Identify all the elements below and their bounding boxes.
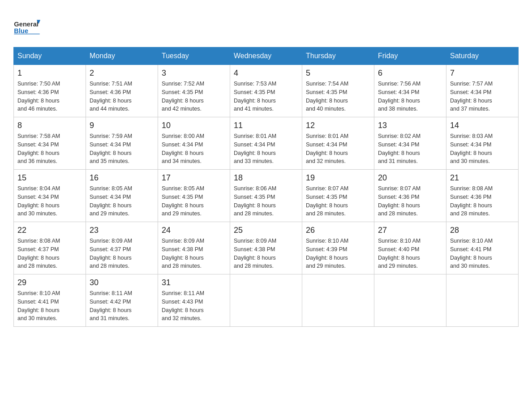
day-info: Sunrise: 8:09 AM Sunset: 4:37 PM Dayligh… (90, 237, 154, 270)
day-number: 23 (90, 226, 154, 235)
day-number: 8 (17, 121, 82, 130)
calendar-cell: 4 Sunrise: 7:53 AM Sunset: 4:35 PM Dayli… (230, 65, 302, 117)
page-header: General Blue (13, 13, 519, 38)
calendar-cell: 13 Sunrise: 8:02 AM Sunset: 4:34 PM Dayl… (374, 117, 446, 170)
calendar-cell (230, 274, 302, 327)
calendar-cell: 5 Sunrise: 7:54 AM Sunset: 4:35 PM Dayli… (302, 65, 374, 117)
calendar-cell: 15 Sunrise: 8:04 AM Sunset: 4:34 PM Dayl… (14, 170, 86, 222)
calendar-cell: 20 Sunrise: 8:07 AM Sunset: 4:36 PM Dayl… (374, 170, 446, 222)
header-friday: Friday (374, 47, 446, 65)
day-number: 12 (306, 121, 370, 130)
day-info: Sunrise: 8:11 AM Sunset: 4:42 PM Dayligh… (90, 289, 154, 323)
day-number: 27 (378, 226, 442, 235)
day-info: Sunrise: 8:05 AM Sunset: 4:34 PM Dayligh… (90, 184, 154, 218)
calendar-cell: 10 Sunrise: 8:00 AM Sunset: 4:34 PM Dayl… (158, 117, 230, 170)
header-monday: Monday (86, 47, 158, 65)
day-number: 1 (17, 68, 82, 78)
day-number: 18 (234, 173, 298, 183)
calendar-cell: 30 Sunrise: 8:11 AM Sunset: 4:42 PM Dayl… (86, 274, 158, 327)
calendar-header-row: SundayMondayTuesdayWednesdayThursdayFrid… (14, 47, 519, 65)
day-info: Sunrise: 8:07 AM Sunset: 4:35 PM Dayligh… (306, 184, 370, 218)
day-number: 9 (90, 121, 154, 130)
day-number: 24 (162, 226, 226, 235)
day-info: Sunrise: 8:11 AM Sunset: 4:43 PM Dayligh… (162, 289, 226, 323)
calendar-cell: 31 Sunrise: 8:11 AM Sunset: 4:43 PM Dayl… (158, 274, 230, 327)
calendar-cell: 17 Sunrise: 8:05 AM Sunset: 4:35 PM Dayl… (158, 170, 230, 222)
day-number: 11 (234, 121, 298, 130)
day-info: Sunrise: 8:10 AM Sunset: 4:41 PM Dayligh… (17, 289, 82, 323)
day-info: Sunrise: 8:10 AM Sunset: 4:39 PM Dayligh… (306, 237, 370, 270)
day-info: Sunrise: 8:00 AM Sunset: 4:34 PM Dayligh… (162, 132, 226, 166)
day-info: Sunrise: 7:56 AM Sunset: 4:34 PM Dayligh… (378, 80, 442, 113)
calendar-cell: 23 Sunrise: 8:09 AM Sunset: 4:37 PM Dayl… (86, 222, 158, 274)
day-number: 13 (378, 121, 442, 130)
calendar-cell: 26 Sunrise: 8:10 AM Sunset: 4:39 PM Dayl… (302, 222, 374, 274)
header-tuesday: Tuesday (158, 47, 230, 65)
calendar-cell: 9 Sunrise: 7:59 AM Sunset: 4:34 PM Dayli… (86, 117, 158, 170)
day-number: 10 (162, 121, 226, 130)
day-number: 29 (17, 278, 82, 287)
day-number: 17 (162, 173, 226, 183)
day-number: 19 (306, 173, 370, 183)
day-number: 4 (234, 68, 298, 78)
calendar-cell (374, 274, 446, 327)
calendar-cell: 29 Sunrise: 8:10 AM Sunset: 4:41 PM Dayl… (14, 274, 86, 327)
calendar-cell (446, 274, 519, 327)
calendar-cell (302, 274, 374, 327)
day-info: Sunrise: 7:59 AM Sunset: 4:34 PM Dayligh… (90, 132, 154, 166)
day-number: 3 (162, 68, 226, 78)
day-number: 25 (234, 226, 298, 235)
calendar-cell: 24 Sunrise: 8:09 AM Sunset: 4:38 PM Dayl… (158, 222, 230, 274)
day-info: Sunrise: 8:09 AM Sunset: 4:38 PM Dayligh… (162, 237, 226, 270)
day-number: 30 (90, 278, 154, 287)
day-info: Sunrise: 7:50 AM Sunset: 4:36 PM Dayligh… (17, 80, 82, 113)
day-info: Sunrise: 8:08 AM Sunset: 4:36 PM Dayligh… (450, 184, 515, 218)
calendar-cell: 12 Sunrise: 8:01 AM Sunset: 4:34 PM Dayl… (302, 117, 374, 170)
day-number: 2 (90, 68, 154, 78)
day-number: 31 (162, 278, 226, 287)
calendar-cell: 7 Sunrise: 7:57 AM Sunset: 4:34 PM Dayli… (446, 65, 519, 117)
day-info: Sunrise: 8:02 AM Sunset: 4:34 PM Dayligh… (378, 132, 442, 166)
calendar-cell: 22 Sunrise: 8:08 AM Sunset: 4:37 PM Dayl… (14, 222, 86, 274)
day-number: 20 (378, 173, 442, 183)
calendar-table: SundayMondayTuesdayWednesdayThursdayFrid… (13, 47, 519, 327)
calendar-cell: 19 Sunrise: 8:07 AM Sunset: 4:35 PM Dayl… (302, 170, 374, 222)
svg-text:Blue: Blue (14, 27, 28, 34)
header-sunday: Sunday (14, 47, 86, 65)
week-row-2: 8 Sunrise: 7:58 AM Sunset: 4:34 PM Dayli… (14, 117, 519, 170)
week-row-1: 1 Sunrise: 7:50 AM Sunset: 4:36 PM Dayli… (14, 65, 519, 117)
svg-text:General: General (14, 21, 39, 28)
day-info: Sunrise: 8:06 AM Sunset: 4:35 PM Dayligh… (234, 184, 298, 218)
day-info: Sunrise: 7:51 AM Sunset: 4:36 PM Dayligh… (90, 80, 154, 113)
day-number: 16 (90, 173, 154, 183)
day-info: Sunrise: 8:09 AM Sunset: 4:38 PM Dayligh… (234, 237, 298, 270)
calendar-cell: 11 Sunrise: 8:01 AM Sunset: 4:34 PM Dayl… (230, 117, 302, 170)
day-number: 26 (306, 226, 370, 235)
week-row-3: 15 Sunrise: 8:04 AM Sunset: 4:34 PM Dayl… (14, 170, 519, 222)
calendar-cell: 21 Sunrise: 8:08 AM Sunset: 4:36 PM Dayl… (446, 170, 519, 222)
day-info: Sunrise: 7:52 AM Sunset: 4:35 PM Dayligh… (162, 80, 226, 113)
day-info: Sunrise: 8:07 AM Sunset: 4:36 PM Dayligh… (378, 184, 442, 218)
day-info: Sunrise: 8:08 AM Sunset: 4:37 PM Dayligh… (17, 237, 82, 270)
day-number: 5 (306, 68, 370, 78)
day-number: 14 (450, 121, 515, 130)
day-number: 22 (17, 226, 82, 235)
day-info: Sunrise: 8:05 AM Sunset: 4:35 PM Dayligh… (162, 184, 226, 218)
day-info: Sunrise: 7:54 AM Sunset: 4:35 PM Dayligh… (306, 80, 370, 113)
week-row-4: 22 Sunrise: 8:08 AM Sunset: 4:37 PM Dayl… (14, 222, 519, 274)
calendar-cell: 8 Sunrise: 7:58 AM Sunset: 4:34 PM Dayli… (14, 117, 86, 170)
logo-icon: General Blue (13, 13, 40, 38)
header-thursday: Thursday (302, 47, 374, 65)
calendar-cell: 14 Sunrise: 8:03 AM Sunset: 4:34 PM Dayl… (446, 117, 519, 170)
week-row-5: 29 Sunrise: 8:10 AM Sunset: 4:41 PM Dayl… (14, 274, 519, 327)
day-number: 6 (378, 68, 442, 78)
day-info: Sunrise: 8:10 AM Sunset: 4:40 PM Dayligh… (378, 237, 442, 270)
day-info: Sunrise: 7:58 AM Sunset: 4:34 PM Dayligh… (17, 132, 82, 166)
header-saturday: Saturday (446, 47, 519, 65)
calendar-cell: 1 Sunrise: 7:50 AM Sunset: 4:36 PM Dayli… (14, 65, 86, 117)
calendar-cell: 6 Sunrise: 7:56 AM Sunset: 4:34 PM Dayli… (374, 65, 446, 117)
day-number: 15 (17, 173, 82, 183)
day-info: Sunrise: 8:01 AM Sunset: 4:34 PM Dayligh… (234, 132, 298, 166)
calendar-cell: 25 Sunrise: 8:09 AM Sunset: 4:38 PM Dayl… (230, 222, 302, 274)
calendar-cell: 16 Sunrise: 8:05 AM Sunset: 4:34 PM Dayl… (86, 170, 158, 222)
